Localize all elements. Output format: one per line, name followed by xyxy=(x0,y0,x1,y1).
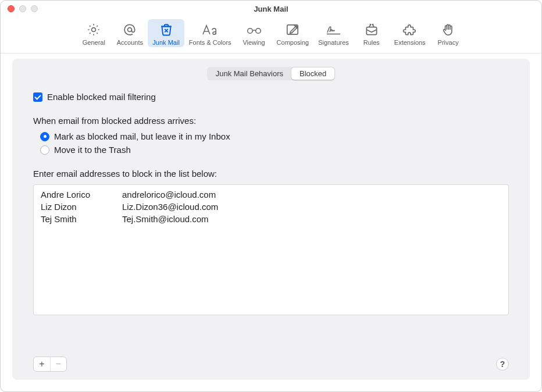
puzzle-icon xyxy=(402,22,418,38)
close-icon[interactable] xyxy=(8,5,15,12)
maximize-icon[interactable] xyxy=(31,5,38,12)
glasses-icon xyxy=(245,22,263,38)
svg-point-1 xyxy=(128,28,132,32)
minimize-icon[interactable] xyxy=(19,5,26,12)
blocked-email: Tej.Smith@icloud.com xyxy=(122,214,209,224)
tab-junk-mail[interactable]: Junk Mail xyxy=(148,19,184,47)
tab-accounts[interactable]: Accounts xyxy=(112,19,148,47)
tab-signatures-label: Signatures xyxy=(318,39,349,46)
segment-blocked[interactable]: Blocked xyxy=(291,67,334,80)
rules-icon xyxy=(364,22,379,38)
svg-point-2 xyxy=(247,28,252,34)
remove-button[interactable]: − xyxy=(50,357,66,371)
content-area: Junk Mail Behaviors Blocked Enable block… xyxy=(12,59,530,380)
tab-rules-label: Rules xyxy=(363,39,380,46)
tab-junk-label: Junk Mail xyxy=(152,39,179,46)
blocked-email: andrelorico@icloud.com xyxy=(122,190,216,199)
enable-filtering-label: Enable blocked mail filtering xyxy=(47,92,156,102)
tab-signatures[interactable]: Signatures xyxy=(313,19,354,47)
segment-behaviors[interactable]: Junk Mail Behaviors xyxy=(208,67,291,80)
blocked-panel: Enable blocked mail filtering When email… xyxy=(12,92,530,315)
tab-composing-label: Composing xyxy=(277,39,309,46)
help-icon: ? xyxy=(500,359,505,369)
tab-rules[interactable]: Rules xyxy=(354,19,390,47)
checkbox-icon xyxy=(33,92,42,102)
panel-footer: + − ? xyxy=(33,357,509,372)
svg-point-0 xyxy=(92,28,96,32)
list-item[interactable]: Andre Lorico andrelorico@icloud.com xyxy=(34,188,508,201)
help-button[interactable]: ? xyxy=(496,358,509,370)
blocked-name: Tej Smith xyxy=(41,214,122,224)
compose-icon xyxy=(285,22,300,38)
tab-general[interactable]: General xyxy=(76,19,112,47)
when-arrives-label: When email from blocked address arrives: xyxy=(33,116,509,126)
radio-icon xyxy=(40,132,49,141)
tab-extensions[interactable]: Extensions xyxy=(390,19,430,47)
svg-point-3 xyxy=(255,28,261,34)
titlebar: Junk Mail xyxy=(1,1,541,17)
enable-filtering-checkbox[interactable]: Enable blocked mail filtering xyxy=(33,92,509,102)
at-icon xyxy=(122,22,137,38)
add-button[interactable]: + xyxy=(34,357,50,371)
tab-viewing[interactable]: Viewing xyxy=(236,19,272,47)
preferences-window: Junk Mail General Accounts xyxy=(0,0,542,392)
list-item[interactable]: Liz Dizon Liz.Dizon36@icloud.com xyxy=(34,201,508,213)
fonts-icon xyxy=(201,22,219,38)
blocked-addresses-list[interactable]: Andre Lorico andrelorico@icloud.com Liz … xyxy=(33,184,509,315)
tab-privacy[interactable]: Privacy xyxy=(430,19,466,47)
subtab-segmented-control: Junk Mail Behaviors Blocked xyxy=(207,67,336,80)
window-title: Junk Mail xyxy=(254,5,288,13)
list-instruction-label: Enter email addresses to block in the li… xyxy=(33,169,509,179)
blocked-name: Andre Lorico xyxy=(41,190,122,199)
tab-privacy-label: Privacy xyxy=(438,39,459,46)
tab-general-label: General xyxy=(83,39,105,46)
minus-icon: − xyxy=(56,359,61,369)
tab-fonts-label: Fonts & Colors xyxy=(189,39,231,46)
radio-icon xyxy=(40,145,49,155)
plus-icon: + xyxy=(39,359,44,369)
blocked-email: Liz.Dizon36@icloud.com xyxy=(122,202,218,212)
hand-icon xyxy=(441,22,456,38)
window-controls xyxy=(8,5,38,12)
radio-mark-inbox[interactable]: Mark as blocked mail, but leave it in my… xyxy=(40,131,509,141)
tab-extensions-label: Extensions xyxy=(394,39,426,46)
tab-viewing-label: Viewing xyxy=(243,39,265,46)
radio-move-trash[interactable]: Move it to the Trash xyxy=(40,145,509,155)
tab-fonts-colors[interactable]: Fonts & Colors xyxy=(184,19,236,47)
tab-composing[interactable]: Composing xyxy=(272,19,314,47)
action-radio-group: Mark as blocked mail, but leave it in my… xyxy=(33,131,509,155)
tab-accounts-label: Accounts xyxy=(117,39,143,46)
signature-icon xyxy=(325,22,343,38)
blocked-name: Liz Dizon xyxy=(41,202,122,212)
list-item[interactable]: Tej Smith Tej.Smith@icloud.com xyxy=(34,213,508,225)
gear-icon xyxy=(86,22,101,38)
add-remove-control: + − xyxy=(33,357,67,372)
junk-icon xyxy=(159,22,174,38)
radio-mark-label: Mark as blocked mail, but leave it in my… xyxy=(54,131,230,141)
radio-trash-label: Move it to the Trash xyxy=(54,145,131,155)
preferences-toolbar: General Accounts Junk Mail xyxy=(1,17,541,54)
